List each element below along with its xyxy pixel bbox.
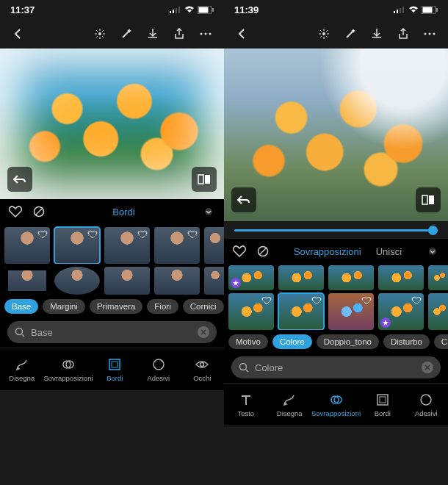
favorite-button[interactable] — [7, 204, 24, 220]
search-input[interactable]: Colore — [231, 356, 441, 378]
chip-margini[interactable]: Margini — [43, 299, 85, 314]
preset-thumb[interactable] — [378, 265, 424, 290]
collapse-button[interactable] — [200, 204, 217, 220]
svg-line-13 — [102, 36, 104, 37]
preset-thumb[interactable] — [428, 265, 448, 290]
nav-adesivi[interactable]: Adesivi — [405, 384, 448, 425]
nav-occhi[interactable]: Occhi — [181, 348, 224, 390]
heart-icon — [311, 295, 322, 306]
intensity-slider-row — [224, 221, 448, 239]
panel-merge[interactable]: Unisci — [376, 246, 402, 257]
search-row: Colore — [224, 353, 448, 383]
chip-cornici[interactable]: Cornici — [183, 299, 224, 314]
svg-point-51 — [429, 33, 431, 35]
compare-button[interactable] — [416, 187, 441, 212]
signal-icon — [394, 6, 405, 13]
chip-fiori[interactable]: Fiori — [147, 299, 178, 314]
share-button[interactable] — [168, 23, 190, 45]
compare-icon — [422, 194, 435, 206]
collapse-button[interactable] — [424, 243, 441, 259]
nav-adesivi[interactable]: Adesivi — [137, 348, 180, 390]
svg-rect-35 — [400, 8, 401, 13]
preset-thumb[interactable] — [228, 265, 274, 290]
svg-point-32 — [200, 362, 204, 366]
nav-sovrapposizioni[interactable]: Sovrapposizioni — [311, 384, 361, 425]
magic-wand-button[interactable] — [339, 23, 361, 45]
auto-enhance-button[interactable] — [89, 23, 111, 45]
intensity-slider[interactable] — [234, 229, 438, 231]
preset-thumb[interactable] — [4, 227, 50, 264]
auto-enhance-button[interactable] — [313, 23, 335, 45]
preset-thumb[interactable] — [54, 227, 100, 264]
preset-thumb[interactable] — [104, 227, 150, 264]
preset-thumb[interactable] — [154, 227, 200, 264]
clear-search-button[interactable] — [198, 326, 209, 338]
preset-thumb[interactable] — [204, 267, 224, 295]
border-icon — [376, 393, 389, 406]
more-button[interactable] — [195, 23, 217, 45]
category-chips: Base Margini Primavera Fiori Cornici Cel… — [0, 295, 224, 318]
download-button[interactable] — [366, 23, 388, 45]
clear-search-button[interactable] — [422, 362, 433, 373]
preset-thumb[interactable] — [328, 265, 374, 290]
none-button[interactable] — [255, 243, 271, 259]
nav-disegna[interactable]: Disegna — [267, 384, 311, 425]
heart-icon — [261, 295, 272, 306]
panel-header: Bordi — [0, 199, 224, 224]
panel-title[interactable]: Bordi — [54, 206, 193, 218]
wand-icon — [344, 28, 356, 40]
compare-button[interactable] — [192, 167, 217, 192]
nav-label: Sovrapposizioni — [311, 409, 361, 417]
bottom-nav: Testo Disegna Sovrapposizioni Bordi Ades… — [224, 383, 448, 425]
image-canvas[interactable] — [0, 48, 224, 199]
nav-disegna[interactable]: Disegna — [0, 348, 43, 390]
image-canvas[interactable] — [224, 48, 448, 221]
svg-line-26 — [22, 334, 24, 337]
draw-icon — [283, 393, 296, 406]
eye-icon — [195, 360, 209, 369]
favorite-button[interactable] — [231, 243, 248, 259]
download-icon — [371, 28, 383, 40]
chip-primavera[interactable]: Primavera — [90, 299, 142, 314]
search-input[interactable]: Base — [7, 321, 217, 343]
chip-cielo[interactable]: Cielo — [434, 334, 448, 349]
slider-thumb[interactable] — [428, 226, 438, 235]
preset-thumb[interactable] — [54, 267, 100, 295]
svg-line-23 — [35, 208, 43, 215]
preset-thumb[interactable] — [278, 293, 324, 330]
panel-title[interactable]: Sovrapposizioni — [294, 246, 361, 257]
chip-colore[interactable]: Colore — [272, 334, 312, 349]
undo-button[interactable] — [7, 167, 32, 192]
preset-thumb[interactable] — [428, 293, 448, 330]
preset-thumb[interactable] — [278, 265, 324, 290]
chip-disturbo[interactable]: Disturbo — [383, 334, 430, 349]
back-button[interactable] — [7, 23, 29, 45]
preset-thumb[interactable] — [378, 293, 424, 330]
svg-rect-63 — [380, 397, 386, 403]
preset-thumb[interactable] — [154, 267, 200, 295]
svg-rect-62 — [377, 395, 388, 405]
nav-sovrapposizioni[interactable]: Sovrapposizioni — [43, 348, 93, 390]
preset-thumb[interactable] — [228, 293, 274, 330]
back-button[interactable] — [231, 23, 253, 45]
download-button[interactable] — [142, 23, 164, 45]
panel-title-group: Sovrapposizioni Unisci — [278, 246, 417, 257]
preset-thumb[interactable] — [104, 267, 150, 295]
preset-thumb[interactable] — [204, 227, 224, 264]
nav-bordi[interactable]: Bordi — [361, 384, 404, 425]
heart-icon — [9, 206, 22, 218]
chip-base[interactable]: Base — [4, 299, 38, 314]
nav-bordi[interactable]: Bordi — [93, 348, 137, 390]
undo-button[interactable] — [231, 187, 256, 212]
wifi-icon — [184, 6, 195, 13]
preset-thumb[interactable] — [4, 267, 50, 295]
share-button[interactable] — [392, 23, 414, 45]
magic-wand-button[interactable] — [115, 23, 137, 45]
sticker-icon — [419, 393, 433, 406]
none-button[interactable] — [31, 204, 47, 220]
preset-thumb[interactable] — [328, 293, 374, 330]
more-button[interactable] — [419, 23, 441, 45]
chip-motivo[interactable]: Motivo — [228, 334, 268, 349]
nav-testo[interactable]: Testo — [224, 384, 267, 425]
chip-doppio-tono[interactable]: Doppio_tono — [317, 334, 379, 349]
